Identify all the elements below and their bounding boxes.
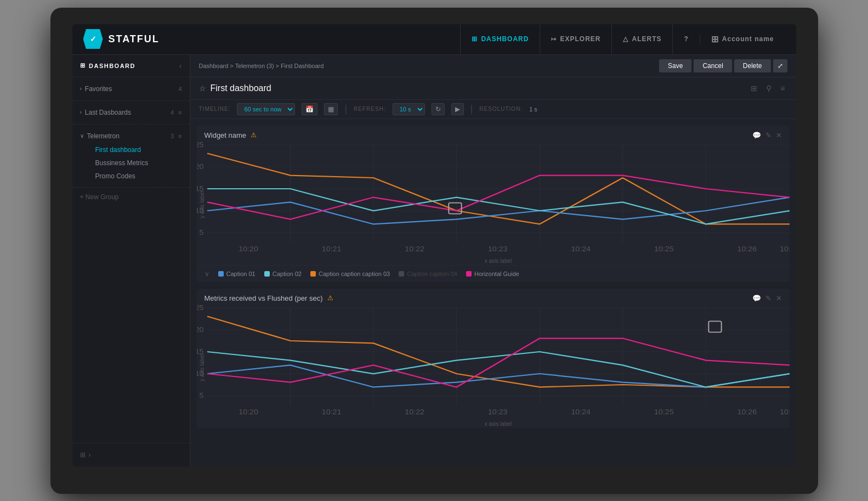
account-menu[interactable]: ⊞ Account name xyxy=(700,34,785,44)
legend-dot-4 xyxy=(399,271,404,277)
search-icon[interactable]: ⚲ xyxy=(764,82,774,95)
account-grid-icon: ⊞ xyxy=(711,34,719,44)
toggle-icon: ⊞ xyxy=(80,451,86,459)
nav-explorer[interactable]: ↦ EXPLORER xyxy=(540,24,612,55)
svg-text:10:25: 10:25 xyxy=(654,408,673,416)
legend-item-5: Horizontal Guide xyxy=(466,271,519,277)
svg-text:10:21: 10:21 xyxy=(321,245,341,253)
favorites-group-header[interactable]: › Favorites 4 xyxy=(72,82,190,96)
resolution-label: RESOLUTION: xyxy=(479,106,523,112)
alerts-nav-label: ALERTS xyxy=(632,35,661,43)
refresh-btn[interactable]: ↻ xyxy=(432,103,445,115)
sidebar-item-first-dashboard[interactable]: First dashboard xyxy=(88,143,190,156)
menu-icon[interactable]: ≡ xyxy=(778,82,787,95)
sidebar-toggle-btn[interactable]: ⊞ › xyxy=(80,451,182,459)
expand-button[interactable]: ⤢ xyxy=(773,59,787,72)
legend-item-1: Caption 01 xyxy=(218,271,256,277)
widget2-header: Metrics received vs Flushed (per sec) ⚠ … xyxy=(197,289,790,308)
legend-toggle-btn[interactable]: ∨ xyxy=(205,270,209,278)
widget1-title-area: Widget name ⚠ xyxy=(205,131,257,139)
legend-dot-5 xyxy=(466,271,472,277)
screen: ✓ STATFUL ⊞ DASHBOARD ↦ EXPLORER △ ALERT… xyxy=(72,24,796,466)
sidebar-title-text: DASHBOARD xyxy=(89,63,135,69)
toggle-arrow: › xyxy=(89,451,91,459)
widget1-close-icon[interactable]: ✕ xyxy=(776,131,782,139)
refresh-select[interactable]: 10 s xyxy=(393,103,425,115)
widget1-legend: ∨ Caption 01 Caption 02 Ca xyxy=(197,265,790,282)
favorites-label: Favorites xyxy=(85,85,112,93)
new-group-label: + New Group xyxy=(80,193,119,201)
lastdash-menu-icon[interactable]: ≡ xyxy=(178,109,181,116)
legend-label-3: Caption caption caption 03 xyxy=(319,271,390,277)
resolution-value: 1 s xyxy=(529,106,537,112)
svg-text:10:23: 10:23 xyxy=(487,245,507,253)
legend-label-2: Caption 02 xyxy=(273,271,302,277)
svg-text:10:22: 10:22 xyxy=(405,245,424,253)
sidebar-title: ⊞ DASHBOARD xyxy=(80,62,136,69)
calendar-icon-btn[interactable]: 📅 xyxy=(302,103,317,115)
nav-alerts[interactable]: △ ALERTS xyxy=(612,24,673,55)
breadcrumb: Dashboard > Telemetron (3) > First Dashb… xyxy=(199,63,324,69)
play-btn[interactable]: ▶ xyxy=(451,103,464,115)
promo-codes-label: Promo Codes xyxy=(95,172,135,180)
svg-text:10:21: 10:21 xyxy=(321,408,341,416)
dashboard-title: First dashboard xyxy=(211,83,271,93)
first-dashboard-label: First dashboard xyxy=(95,146,141,154)
timeline-bar: TIMELINE: 60 sec to now 📅 ▦ | REFRESH: 1… xyxy=(190,100,796,119)
content-area: Dashboard > Telemetron (3) > First Dashb… xyxy=(190,55,796,466)
divider-1: | xyxy=(344,103,347,115)
svg-text:10:22: 10:22 xyxy=(405,408,424,416)
top-nav: ✓ STATFUL ⊞ DASHBOARD ↦ EXPLORER △ ALERT… xyxy=(72,24,796,55)
nav-help[interactable]: ? xyxy=(673,24,699,55)
sidebar-item-business-metrics[interactable]: Bussiness Metrics xyxy=(88,156,190,170)
logo-icon: ✓ xyxy=(83,29,103,49)
divider-2: | xyxy=(470,103,473,115)
svg-text:10:24: 10:24 xyxy=(571,408,591,416)
widget2-comment-icon[interactable]: 💬 xyxy=(752,294,761,302)
widget1-edit-icon[interactable]: ✎ xyxy=(765,131,771,139)
timeline-select[interactable]: 60 sec to now xyxy=(237,103,295,115)
lastdash-label: Last Dasboards xyxy=(85,109,131,116)
sidebar-collapse-btn[interactable]: ‹ xyxy=(179,61,182,70)
sidebar-item-promo-codes[interactable]: Promo Codes xyxy=(88,170,190,183)
widget1-comment-icon[interactable]: 💬 xyxy=(752,131,761,139)
favorites-group-right: 4 xyxy=(178,86,181,92)
widget2-edit-icon[interactable]: ✎ xyxy=(765,294,771,302)
legend-item-4: Caption caption 04 xyxy=(399,271,457,277)
sidebar-dashboard-icon: ⊞ xyxy=(80,62,86,69)
telemetron-group-header[interactable]: ∨ Telemetron 3 ≡ xyxy=(72,129,190,143)
lastdash-group-right: 4 ≡ xyxy=(171,109,182,116)
alerts-nav-icon: △ xyxy=(623,35,628,43)
dashboard-title-left: ☆ First dashboard xyxy=(199,83,271,93)
grid-layout-icon[interactable]: ⊞ xyxy=(748,82,759,95)
favorite-star-icon[interactable]: ☆ xyxy=(199,84,206,93)
lastdash-group-header[interactable]: › Last Dasboards 4 ≡ xyxy=(72,105,190,120)
widget1-chart-area: 5 10 15 20 25 xyxy=(207,145,790,265)
delete-button[interactable]: Delete xyxy=(734,59,771,72)
main-layout: ⊞ DASHBOARD ‹ › Favorites 4 xyxy=(72,55,796,466)
telemetron-label: Telemetron xyxy=(87,132,120,140)
dashboard-title-right: ⊞ ⚲ ≡ xyxy=(748,82,787,95)
nav-dashboard[interactable]: ⊞ DASHBOARD xyxy=(460,24,540,55)
sidebar-bottom: ⊞ › xyxy=(72,443,190,466)
widget2-x-axis-label: x axis label xyxy=(207,420,790,428)
legend-dot-2 xyxy=(264,271,270,277)
lastdash-group-left: › Last Dasboards xyxy=(80,109,131,116)
save-button[interactable]: Save xyxy=(659,59,691,72)
cancel-button[interactable]: Cancel xyxy=(694,59,731,72)
grid-timeline-btn[interactable]: ▦ xyxy=(324,103,338,115)
widget2-close-icon[interactable]: ✕ xyxy=(776,294,782,302)
widget2-actions: 💬 ✎ ✕ xyxy=(752,294,782,302)
sidebar-section-lastdash: › Last Dasboards 4 ≡ xyxy=(72,101,190,125)
svg-rect-41 xyxy=(708,321,721,332)
laptop-frame: ✓ STATFUL ⊞ DASHBOARD ↦ EXPLORER △ ALERT… xyxy=(50,8,818,494)
header-actions: Save Cancel Delete ⤢ xyxy=(659,59,787,72)
widget2-warning-icon: ⚠ xyxy=(327,294,333,302)
explorer-nav-icon: ↦ xyxy=(551,36,557,43)
widget2-y-axis-label: y axis label xyxy=(197,308,207,428)
new-group-button[interactable]: + New Group xyxy=(72,188,190,206)
dashboard-nav-icon: ⊞ xyxy=(472,35,478,43)
telemetron-menu-icon[interactable]: ≡ xyxy=(178,133,181,139)
svg-text:10:20: 10:20 xyxy=(239,408,258,416)
widget1-actions: 💬 ✎ ✕ xyxy=(752,131,782,139)
